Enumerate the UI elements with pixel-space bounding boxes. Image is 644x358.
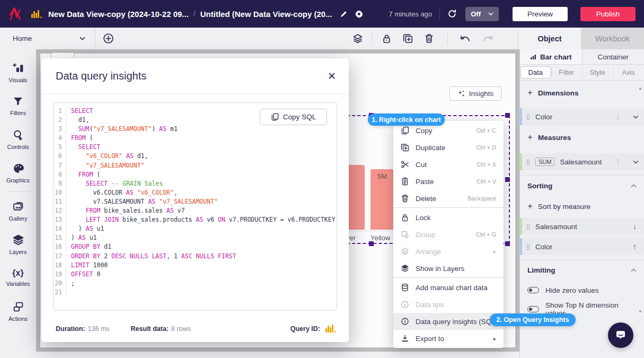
settings-gear-icon[interactable] — [355, 10, 364, 19]
menu-item-paste[interactable]: Paste Ctrl + V — [393, 173, 504, 190]
result-data-label: Result data: — [131, 325, 169, 333]
measure-row-salesamount[interactable]: SUM Salesamount ⋮ — [520, 153, 644, 170]
add-widget-button[interactable] — [103, 33, 114, 44]
insights-button[interactable]: Insights — [449, 86, 501, 101]
sidebar-item-layers[interactable]: Layers — [0, 228, 36, 261]
undo-icon[interactable] — [460, 34, 471, 43]
chevron-up-icon[interactable] — [631, 268, 637, 272]
tab-workbook[interactable]: Workbook — [581, 28, 644, 49]
drag-handle-icon[interactable] — [526, 114, 530, 120]
sort-row-color[interactable]: Color ↑ — [520, 238, 644, 255]
duplicate-icon — [401, 143, 409, 152]
menu-item-export-to[interactable]: Export to ▸ — [393, 330, 504, 347]
toggle-hide-zero-values[interactable]: Hide zero values — [520, 281, 644, 300]
visuals-icon — [12, 62, 24, 74]
drag-handle-icon[interactable] — [526, 159, 530, 165]
chevron-down-icon[interactable] — [633, 115, 639, 119]
menu-item-show-in-layers[interactable]: Show in Layers — [393, 260, 504, 277]
subtab-filter[interactable]: Filter — [551, 65, 583, 80]
drag-handle-icon[interactable] — [526, 224, 530, 230]
selection-handle[interactable] — [505, 113, 510, 118]
sorting-section-header[interactable]: Sorting — [520, 175, 644, 196]
sql-line: 4FROM ( — [54, 134, 337, 143]
callout-step2: 2. Open Query Insights — [490, 313, 576, 326]
tab-container[interactable]: Container — [582, 49, 644, 64]
redo-icon[interactable] — [482, 34, 493, 43]
sidebar-item-actions[interactable]: Actions — [0, 294, 36, 328]
close-icon[interactable]: ✕ — [328, 71, 336, 81]
sort-row-salesamount[interactable]: Salesamount ↓ — [520, 218, 644, 235]
preview-button[interactable]: Preview — [513, 7, 568, 21]
properties-panel: Bar chart Container Data Filter Style Ax… — [519, 49, 644, 358]
trash-icon — [401, 194, 409, 203]
chevron-down-icon[interactable] — [633, 160, 639, 164]
menu-item-delete[interactable]: Delete Backspace — [393, 190, 504, 207]
kebab-menu-icon[interactable]: ⋮ — [615, 158, 621, 165]
toggle-off-icon[interactable] — [527, 287, 539, 293]
app-logo[interactable] — [8, 6, 22, 22]
copy-icon — [271, 113, 279, 121]
layers-toolbar-icon[interactable] — [352, 33, 363, 44]
chevron-up-icon[interactable] — [631, 184, 637, 188]
scroll-down-arrow[interactable]: ▾ — [639, 309, 641, 314]
menu-item-duplicate[interactable]: Duplicate Ctrl + D — [393, 139, 504, 156]
sidebar-item-controls[interactable]: Controls — [0, 123, 36, 156]
menu-item-group[interactable]: Group Ctrl + G — [393, 226, 504, 243]
sidebar-item-visuals[interactable]: Visuals — [0, 56, 36, 89]
toggle-off-icon[interactable] — [527, 306, 539, 312]
menu-item-cut[interactable]: Cut Ctrl + X — [393, 156, 504, 173]
home-dropdown[interactable]: Home — [0, 28, 95, 49]
trash-toolbar-icon[interactable] — [424, 33, 434, 43]
selection-handle[interactable] — [369, 241, 374, 246]
selection-handle[interactable] — [505, 241, 510, 246]
subtab-style[interactable]: Style — [582, 65, 613, 80]
sort-direction-icon[interactable]: ↑ — [633, 242, 639, 251]
menu-item-lock[interactable]: Lock — [393, 209, 504, 226]
kebab-menu-icon[interactable]: ⋮ — [615, 113, 621, 120]
scroll-up-arrow[interactable]: ▴ — [639, 85, 641, 91]
menu-item-add-manual-chart-data[interactable]: Add manual chart data — [393, 279, 504, 296]
lock-icon — [401, 213, 409, 222]
refresh-icon[interactable] — [447, 9, 457, 19]
menu-divider — [393, 277, 504, 278]
dataset-title[interactable]: New Data View-copy (2024-10-22 09... — [48, 10, 189, 19]
breadcrumb-separator: / — [193, 10, 196, 18]
sidebar-item-graphics[interactable]: Graphics — [0, 156, 36, 189]
menu-item-data-query-insights[interactable]: Data query insights (SQL) — [393, 313, 504, 330]
variables-icon: {x} — [12, 268, 23, 278]
page-title[interactable]: Untitled (New Data View-copy (20... — [200, 10, 332, 19]
limiting-section-header[interactable]: Limiting — [520, 259, 644, 281]
lock-toolbar-icon[interactable] — [382, 33, 392, 43]
divider — [372, 32, 372, 45]
sql-line: 17ORDER BY 2 DESC NULLS LAST, 1 ASC NULL… — [54, 252, 337, 261]
sql-line: 18LIMIT 1000 — [54, 261, 337, 270]
chat-launcher-button[interactable] — [608, 322, 633, 348]
menu-item-arrange[interactable]: Arrange ▸ — [393, 243, 504, 260]
sql-line: 10 v6.COLOR AS "v6_COLOR", — [54, 188, 337, 197]
submenu-arrow-icon: ▸ — [493, 249, 496, 255]
duplicate-toolbar-icon[interactable] — [403, 33, 413, 43]
sidebar-item-variables[interactable]: {x} Variables — [0, 261, 36, 294]
menu-item-data-tips[interactable]: Data tips — [393, 296, 504, 313]
selection-handle[interactable] — [505, 177, 510, 182]
autosave-dropdown[interactable]: Off — [465, 7, 499, 21]
subtab-data[interactable]: Data — [520, 65, 551, 80]
copy-sql-button[interactable]: Copy SQL — [260, 109, 327, 125]
info-icon — [401, 300, 409, 309]
sidebar-item-gallery[interactable]: Gallery — [0, 194, 36, 228]
sidebar-item-filters[interactable]: Filters — [0, 89, 36, 123]
publish-button[interactable]: Publish — [580, 7, 636, 21]
dimension-row-color[interactable]: Color ⋮ — [520, 108, 644, 125]
add-dimension-button[interactable]: + Dimensions — [520, 81, 644, 105]
sparkles-icon — [457, 90, 465, 98]
drag-handle-icon[interactable] — [526, 244, 530, 250]
tab-bar-chart[interactable]: Bar chart — [520, 49, 582, 64]
actions-icon — [12, 301, 24, 313]
aggregation-badge[interactable]: SUM — [535, 158, 554, 166]
subtab-axis[interactable]: Axis — [613, 65, 644, 80]
sort-by-measure-button[interactable]: + Sort by measure — [520, 196, 644, 216]
add-measure-button[interactable]: + Measures — [520, 125, 644, 150]
tab-object[interactable]: Object — [518, 28, 581, 49]
sort-direction-icon[interactable]: ↓ — [633, 222, 639, 231]
edit-pencil-icon[interactable] — [340, 10, 348, 18]
